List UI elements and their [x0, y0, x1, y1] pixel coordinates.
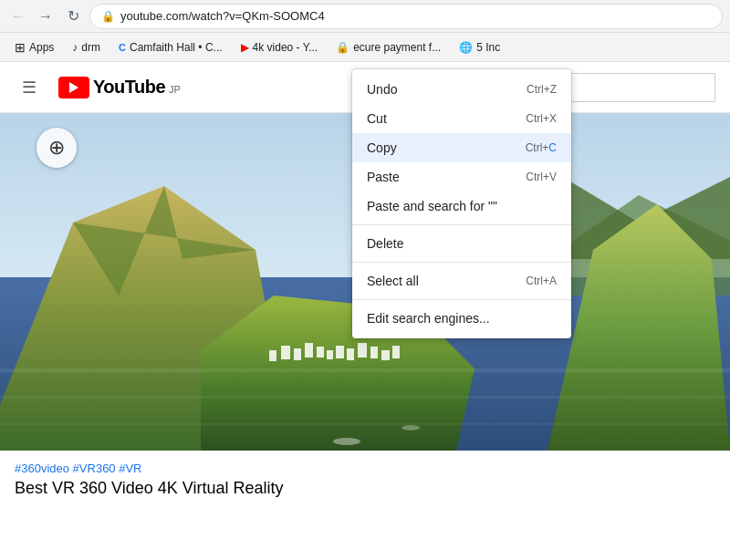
bookmark-apps[interactable]: ⊞ Apps — [7, 38, 61, 57]
bookmark-secure-label: ecure payment f... — [353, 41, 441, 54]
hamburger-button[interactable]: ☰ — [15, 70, 44, 105]
svg-rect-18 — [381, 350, 390, 360]
menu-item-copy[interactable]: Copy Ctrl+C — [352, 133, 571, 162]
bookmark-4kvideo[interactable]: ▶ 4k video - Y... — [234, 39, 326, 56]
bookmark-drm[interactable]: ♪ drm — [65, 39, 108, 56]
4kvideo-icon: ▶ — [241, 41, 249, 54]
menu-divider-2 — [352, 262, 571, 263]
menu-cut-label: Cut — [367, 111, 387, 126]
bookmark-5inc-label: 5 Inc — [476, 41, 500, 54]
bookmark-camfaith-label: Camfaith Hall • C... — [130, 41, 223, 54]
bookmark-secure[interactable]: 🔒 ecure payment f... — [328, 39, 448, 56]
menu-copy-label: Copy — [367, 140, 397, 155]
video-info: #360video #VR360 #VR Best VR 360 Video 4… — [0, 451, 730, 505]
bookmark-4kvideo-label: 4k video - Y... — [253, 41, 318, 54]
svg-rect-21 — [0, 396, 730, 399]
5inc-icon: 🌐 — [459, 41, 473, 54]
svg-rect-19 — [392, 346, 400, 358]
svg-rect-9 — [281, 346, 290, 359]
svg-rect-20 — [0, 368, 730, 372]
svg-rect-12 — [317, 347, 324, 358]
lock-icon: 🔒 — [101, 10, 115, 23]
apps-grid-icon: ⊞ — [15, 40, 26, 55]
browser-toolbar: ← → ↻ 🔒 youtube.com/watch?v=QKm-SOOMC4 — [0, 0, 730, 33]
camfaith-icon: C — [119, 42, 126, 53]
menu-select-all-label: Select all — [367, 274, 419, 288]
svg-rect-14 — [336, 346, 344, 358]
menu-select-all-shortcut: Ctrl+A — [526, 275, 557, 287]
video-tags[interactable]: #360video #VR360 #VR — [15, 461, 715, 475]
svg-rect-13 — [327, 350, 333, 359]
menu-paste-label: Paste — [367, 170, 400, 184]
menu-copy-shortcut: Ctrl+C — [526, 141, 557, 154]
context-menu: Undo Ctrl+Z Cut Ctrl+X Copy Ctrl+C Paste… — [352, 69, 571, 338]
bookmark-drm-label: drm — [81, 41, 100, 54]
menu-item-select-all[interactable]: Select all Ctrl+A — [352, 266, 571, 296]
menu-undo-shortcut: Ctrl+Z — [527, 83, 557, 96]
menu-cut-shortcut: Ctrl+X — [526, 112, 557, 125]
menu-item-delete[interactable]: Delete — [352, 229, 571, 258]
svg-rect-17 — [370, 347, 378, 358]
compass-icon: ⊕ — [48, 136, 65, 160]
menu-paste-search-label: Paste and search for "" — [367, 199, 497, 213]
menu-item-paste[interactable]: Paste Ctrl+V — [352, 162, 571, 192]
url-text: youtube.com/watch?v=QKm-SOOMC4 — [120, 9, 711, 23]
svg-rect-8 — [269, 350, 276, 361]
menu-paste-shortcut: Ctrl+V — [526, 171, 557, 183]
page-content: ☰ YouTube JP — [0, 62, 730, 505]
svg-rect-16 — [358, 343, 367, 358]
back-button[interactable]: ← — [7, 5, 29, 27]
youtube-logo[interactable]: YouTube JP — [58, 77, 181, 99]
copy-key-highlight: C — [548, 141, 557, 154]
reload-button[interactable]: ↻ — [62, 5, 84, 27]
secure-icon: 🔒 — [336, 41, 349, 54]
menu-item-cut[interactable]: Cut Ctrl+X — [352, 104, 571, 133]
menu-undo-label: Undo — [367, 82, 397, 97]
youtube-logo-icon — [58, 77, 89, 99]
svg-point-23 — [333, 438, 360, 445]
svg-rect-22 — [0, 423, 730, 425]
youtube-logo-text: YouTube — [93, 77, 165, 98]
svg-point-24 — [402, 425, 420, 430]
menu-item-edit-engines[interactable]: Edit search engines... — [352, 304, 571, 333]
svg-rect-10 — [294, 348, 301, 360]
drm-icon: ♪ — [72, 41, 78, 54]
address-bar[interactable]: 🔒 youtube.com/watch?v=QKm-SOOMC4 — [89, 4, 723, 29]
menu-divider-1 — [352, 224, 571, 225]
menu-delete-label: Delete — [367, 236, 403, 251]
youtube-region-label: JP — [169, 84, 181, 95]
bookmark-5inc[interactable]: 🌐 5 Inc — [452, 39, 507, 56]
forward-button[interactable]: → — [35, 5, 57, 27]
bookmark-camfaith[interactable]: C Camfaith Hall • C... — [111, 39, 230, 56]
video-title: Best VR 360 Video 4K Virtual Reality — [15, 479, 715, 498]
svg-rect-11 — [305, 343, 313, 358]
menu-divider-3 — [352, 299, 571, 300]
svg-rect-15 — [347, 348, 354, 360]
menu-item-undo[interactable]: Undo Ctrl+Z — [352, 75, 571, 104]
bookmarks-bar: ⊞ Apps ♪ drm C Camfaith Hall • C... ▶ 4k… — [0, 33, 730, 62]
compass-button[interactable]: ⊕ — [36, 128, 77, 168]
menu-item-paste-search[interactable]: Paste and search for "" — [352, 192, 571, 221]
bookmark-apps-label: Apps — [29, 41, 54, 54]
menu-edit-engines-label: Edit search engines... — [367, 311, 490, 326]
